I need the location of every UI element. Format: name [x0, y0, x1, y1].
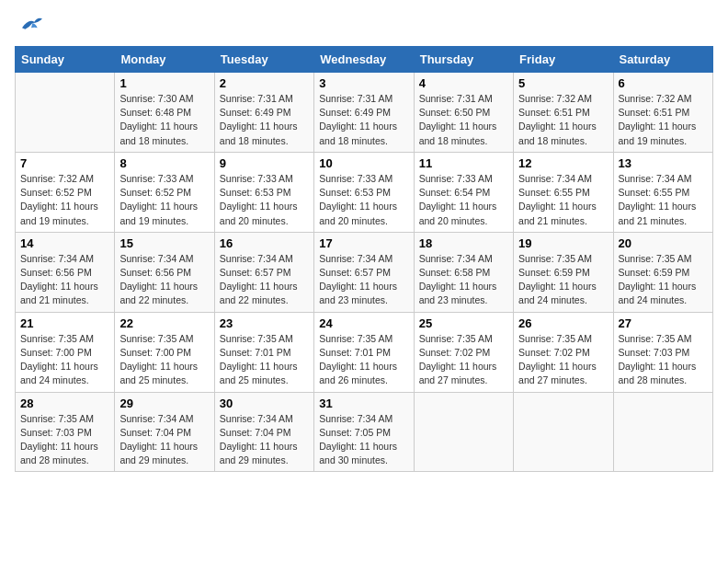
table-row: 13Sunrise: 7:34 AM Sunset: 6:55 PM Dayli… — [613, 152, 712, 232]
table-row: 12Sunrise: 7:34 AM Sunset: 6:55 PM Dayli… — [514, 152, 613, 232]
logo-bird-icon — [18, 16, 44, 34]
day-number: 26 — [518, 316, 608, 330]
day-info: Sunrise: 7:35 AM Sunset: 7:03 PM Dayligh… — [619, 332, 708, 388]
day-number: 16 — [220, 236, 309, 250]
table-row: 22Sunrise: 7:35 AM Sunset: 7:00 PM Dayli… — [115, 312, 214, 392]
table-row: 7Sunrise: 7:32 AM Sunset: 6:52 PM Daylig… — [16, 152, 115, 232]
calendar-week-row: 1Sunrise: 7:30 AM Sunset: 6:48 PM Daylig… — [16, 73, 713, 153]
day-info: Sunrise: 7:35 AM Sunset: 7:00 PM Dayligh… — [20, 332, 109, 388]
calendar-week-row: 14Sunrise: 7:34 AM Sunset: 6:56 PM Dayli… — [16, 232, 713, 312]
day-info: Sunrise: 7:30 AM Sunset: 6:48 PM Dayligh… — [119, 92, 209, 148]
day-info: Sunrise: 7:33 AM Sunset: 6:52 PM Dayligh… — [119, 172, 209, 228]
day-number: 19 — [518, 236, 608, 250]
logo — [15, 15, 44, 35]
day-info: Sunrise: 7:35 AM Sunset: 7:03 PM Dayligh… — [20, 412, 109, 468]
day-number: 23 — [220, 316, 309, 330]
day-info: Sunrise: 7:31 AM Sunset: 6:49 PM Dayligh… — [319, 92, 408, 148]
day-number: 8 — [119, 156, 209, 170]
day-info: Sunrise: 7:34 AM Sunset: 6:57 PM Dayligh… — [319, 252, 408, 308]
table-row: 30Sunrise: 7:34 AM Sunset: 7:04 PM Dayli… — [214, 392, 313, 472]
day-number: 9 — [220, 156, 309, 170]
day-info: Sunrise: 7:35 AM Sunset: 7:01 PM Dayligh… — [220, 332, 309, 388]
day-number: 12 — [518, 156, 608, 170]
day-number: 5 — [518, 76, 608, 90]
day-number: 4 — [419, 76, 508, 90]
day-number: 11 — [419, 156, 508, 170]
day-number: 28 — [20, 396, 109, 410]
day-info: Sunrise: 7:35 AM Sunset: 7:00 PM Dayligh… — [119, 332, 209, 388]
day-number: 17 — [319, 236, 408, 250]
day-info: Sunrise: 7:34 AM Sunset: 6:58 PM Dayligh… — [419, 252, 508, 308]
table-row: 24Sunrise: 7:35 AM Sunset: 7:01 PM Dayli… — [314, 312, 414, 392]
day-info: Sunrise: 7:34 AM Sunset: 7:04 PM Dayligh… — [119, 412, 209, 468]
day-number: 27 — [619, 316, 708, 330]
table-row: 26Sunrise: 7:35 AM Sunset: 7:02 PM Dayli… — [514, 312, 613, 392]
table-row: 28Sunrise: 7:35 AM Sunset: 7:03 PM Dayli… — [16, 392, 115, 472]
day-number: 24 — [319, 316, 408, 330]
day-number: 22 — [119, 316, 209, 330]
day-number: 21 — [20, 316, 109, 330]
day-info: Sunrise: 7:33 AM Sunset: 6:54 PM Dayligh… — [419, 172, 508, 228]
day-number: 29 — [119, 396, 209, 410]
day-info: Sunrise: 7:34 AM Sunset: 6:55 PM Dayligh… — [619, 172, 708, 228]
day-info: Sunrise: 7:33 AM Sunset: 6:53 PM Dayligh… — [319, 172, 408, 228]
column-header-friday: Friday — [514, 47, 613, 73]
calendar-header-row: SundayMondayTuesdayWednesdayThursdayFrid… — [16, 47, 713, 73]
day-info: Sunrise: 7:35 AM Sunset: 7:01 PM Dayligh… — [319, 332, 408, 388]
page-header — [15, 15, 713, 35]
table-row: 25Sunrise: 7:35 AM Sunset: 7:02 PM Dayli… — [414, 312, 513, 392]
table-row: 17Sunrise: 7:34 AM Sunset: 6:57 PM Dayli… — [314, 232, 414, 312]
table-row — [613, 392, 712, 472]
table-row: 4Sunrise: 7:31 AM Sunset: 6:50 PM Daylig… — [414, 73, 513, 153]
day-number: 6 — [619, 76, 708, 90]
day-info: Sunrise: 7:31 AM Sunset: 6:49 PM Dayligh… — [220, 92, 309, 148]
table-row: 29Sunrise: 7:34 AM Sunset: 7:04 PM Dayli… — [115, 392, 214, 472]
calendar-table: SundayMondayTuesdayWednesdayThursdayFrid… — [15, 46, 713, 472]
day-info: Sunrise: 7:35 AM Sunset: 7:02 PM Dayligh… — [419, 332, 508, 388]
table-row — [414, 392, 513, 472]
table-row: 19Sunrise: 7:35 AM Sunset: 6:59 PM Dayli… — [514, 232, 613, 312]
day-info: Sunrise: 7:35 AM Sunset: 7:02 PM Dayligh… — [518, 332, 608, 388]
column-header-saturday: Saturday — [613, 47, 712, 73]
day-info: Sunrise: 7:32 AM Sunset: 6:51 PM Dayligh… — [518, 92, 608, 148]
day-number: 31 — [319, 396, 408, 410]
calendar-week-row: 7Sunrise: 7:32 AM Sunset: 6:52 PM Daylig… — [16, 152, 713, 232]
table-row: 23Sunrise: 7:35 AM Sunset: 7:01 PM Dayli… — [214, 312, 313, 392]
day-info: Sunrise: 7:31 AM Sunset: 6:50 PM Dayligh… — [419, 92, 508, 148]
day-number: 20 — [619, 236, 708, 250]
day-number: 7 — [20, 156, 109, 170]
table-row: 20Sunrise: 7:35 AM Sunset: 6:59 PM Dayli… — [613, 232, 712, 312]
day-number: 30 — [220, 396, 309, 410]
table-row: 10Sunrise: 7:33 AM Sunset: 6:53 PM Dayli… — [314, 152, 414, 232]
table-row — [16, 73, 115, 153]
day-info: Sunrise: 7:34 AM Sunset: 6:56 PM Dayligh… — [119, 252, 209, 308]
column-header-thursday: Thursday — [414, 47, 513, 73]
day-info: Sunrise: 7:34 AM Sunset: 6:57 PM Dayligh… — [220, 252, 309, 308]
day-info: Sunrise: 7:34 AM Sunset: 7:04 PM Dayligh… — [220, 412, 309, 468]
table-row: 9Sunrise: 7:33 AM Sunset: 6:53 PM Daylig… — [214, 152, 313, 232]
column-header-tuesday: Tuesday — [214, 47, 313, 73]
column-header-sunday: Sunday — [16, 47, 115, 73]
calendar-week-row: 21Sunrise: 7:35 AM Sunset: 7:00 PM Dayli… — [16, 312, 713, 392]
table-row: 16Sunrise: 7:34 AM Sunset: 6:57 PM Dayli… — [214, 232, 313, 312]
calendar-week-row: 28Sunrise: 7:35 AM Sunset: 7:03 PM Dayli… — [16, 392, 713, 472]
day-number: 2 — [220, 76, 309, 90]
day-number: 3 — [319, 76, 408, 90]
table-row: 1Sunrise: 7:30 AM Sunset: 6:48 PM Daylig… — [115, 73, 214, 153]
table-row: 18Sunrise: 7:34 AM Sunset: 6:58 PM Dayli… — [414, 232, 513, 312]
table-row: 15Sunrise: 7:34 AM Sunset: 6:56 PM Dayli… — [115, 232, 214, 312]
day-number: 18 — [419, 236, 508, 250]
day-info: Sunrise: 7:32 AM Sunset: 6:52 PM Dayligh… — [20, 172, 109, 228]
day-number: 14 — [20, 236, 109, 250]
table-row: 5Sunrise: 7:32 AM Sunset: 6:51 PM Daylig… — [514, 73, 613, 153]
day-number: 15 — [119, 236, 209, 250]
table-row: 27Sunrise: 7:35 AM Sunset: 7:03 PM Dayli… — [613, 312, 712, 392]
day-info: Sunrise: 7:35 AM Sunset: 6:59 PM Dayligh… — [518, 252, 608, 308]
day-number: 1 — [119, 76, 209, 90]
table-row: 14Sunrise: 7:34 AM Sunset: 6:56 PM Dayli… — [16, 232, 115, 312]
day-info: Sunrise: 7:32 AM Sunset: 6:51 PM Dayligh… — [619, 92, 708, 148]
table-row: 3Sunrise: 7:31 AM Sunset: 6:49 PM Daylig… — [314, 73, 414, 153]
table-row: 8Sunrise: 7:33 AM Sunset: 6:52 PM Daylig… — [115, 152, 214, 232]
table-row — [514, 392, 613, 472]
column-header-monday: Monday — [115, 47, 214, 73]
